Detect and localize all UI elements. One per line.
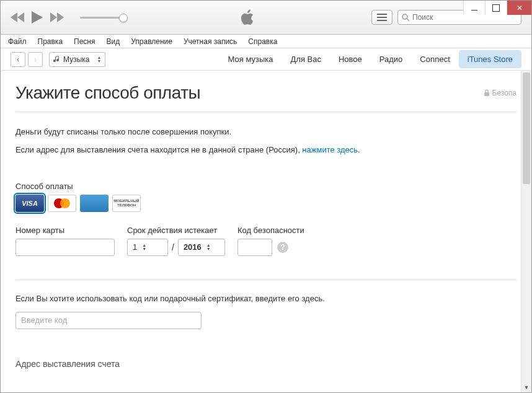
tab-connect[interactable]: Connect — [411, 50, 458, 68]
menu-bar: Файл Правка Песня Вид Управление Учетная… — [1, 35, 531, 48]
previous-track-button[interactable] — [11, 12, 24, 22]
library-selector[interactable]: Музыка ▲▼ — [49, 52, 105, 67]
chevron-updown-icon: ▲▼ — [142, 244, 146, 251]
nav-row: ‹ › Музыка ▲▼ Моя музыка Для Вас Новое Р… — [1, 48, 531, 71]
expiry-year-select[interactable]: 2016 ▲▼ — [178, 239, 225, 256]
music-note-icon — [53, 56, 61, 63]
expiry-month-select[interactable]: 1 ▲▼ — [127, 239, 168, 256]
expiry-label: Срок действия истекает — [127, 226, 225, 235]
desc-line-1: Деньги будут списаны только после соверш… — [16, 126, 516, 139]
card-mobile-phone[interactable]: МОБИЛЬНЫЙ ТЕЛЕФОН — [112, 195, 141, 212]
scroll-down-arrow[interactable]: ▼ — [521, 382, 531, 392]
security-code-label: Код безопасности — [237, 226, 304, 235]
payment-cards: VISA МОБИЛЬНЫЙ ТЕЛЕФОН — [16, 195, 516, 212]
tab-new[interactable]: Новое — [330, 50, 371, 68]
window-minimize-button[interactable] — [463, 1, 485, 15]
list-view-button[interactable] — [371, 10, 392, 25]
billing-address-header: Адрес выставления счета — [16, 359, 516, 369]
window-close-button[interactable] — [507, 1, 531, 15]
gift-code-desc: Если Вы хотите использовать код или пода… — [16, 294, 516, 303]
menu-view[interactable]: Вид — [102, 36, 125, 47]
card-amex[interactable] — [80, 195, 109, 212]
play-button[interactable] — [32, 11, 43, 24]
card-number-input[interactable] — [16, 239, 115, 256]
security-code-input[interactable] — [237, 239, 272, 256]
card-mastercard[interactable] — [48, 195, 76, 212]
window-maximize-button[interactable] — [485, 1, 507, 15]
page-title: Укажите способ оплаты — [16, 83, 200, 103]
tab-my-music[interactable]: Моя музыка — [219, 50, 282, 68]
help-icon[interactable]: ? — [277, 242, 288, 253]
nav-back-button[interactable]: ‹ — [11, 52, 25, 67]
apple-logo — [123, 9, 371, 25]
tab-for-you[interactable]: Для Вас — [282, 50, 330, 68]
change-country-link[interactable]: нажмите здесь — [302, 145, 358, 154]
menu-edit[interactable]: Правка — [33, 36, 68, 47]
chevron-updown-icon: ▲▼ — [97, 56, 101, 63]
menu-controls[interactable]: Управление — [126, 36, 177, 47]
menu-account[interactable]: Учетная запись — [179, 36, 242, 47]
nav-forward-button[interactable]: › — [28, 52, 43, 67]
nav-tabs: Моя музыка Для Вас Новое Радио Connect i… — [219, 50, 521, 68]
volume-slider[interactable] — [80, 17, 123, 19]
search-icon — [402, 14, 410, 22]
card-number-label: Номер карты — [16, 226, 115, 235]
vertical-scrollbar[interactable]: ▲ ▼ — [521, 71, 531, 392]
player-toolbar — [1, 1, 531, 35]
next-track-button[interactable] — [50, 12, 64, 22]
chevron-updown-icon: ▲▼ — [206, 244, 211, 251]
tab-radio[interactable]: Радио — [371, 50, 412, 68]
desc-line-2: Если адрес для выставления счета находит… — [16, 144, 516, 157]
scroll-thumb[interactable] — [523, 73, 530, 184]
content-area: Укажите способ оплаты Безопа Деньги буду… — [1, 71, 531, 392]
svg-line-1 — [407, 19, 409, 21]
expiry-separator: / — [172, 242, 174, 252]
card-visa[interactable]: VISA — [16, 195, 44, 212]
payment-method-label: Способ оплаты — [16, 182, 516, 191]
tab-itunes-store[interactable]: iTunes Store — [459, 50, 521, 68]
menu-file[interactable]: Файл — [3, 36, 32, 47]
lock-icon — [484, 89, 490, 97]
svg-rect-2 — [484, 92, 489, 96]
gift-code-input[interactable] — [16, 312, 202, 329]
section-divider — [16, 280, 516, 280]
menu-song[interactable]: Песня — [69, 36, 100, 47]
svg-point-0 — [402, 14, 407, 19]
secure-indicator: Безопа — [484, 89, 517, 97]
menu-help[interactable]: Справка — [243, 36, 282, 47]
library-selected-label: Музыка — [63, 55, 89, 64]
